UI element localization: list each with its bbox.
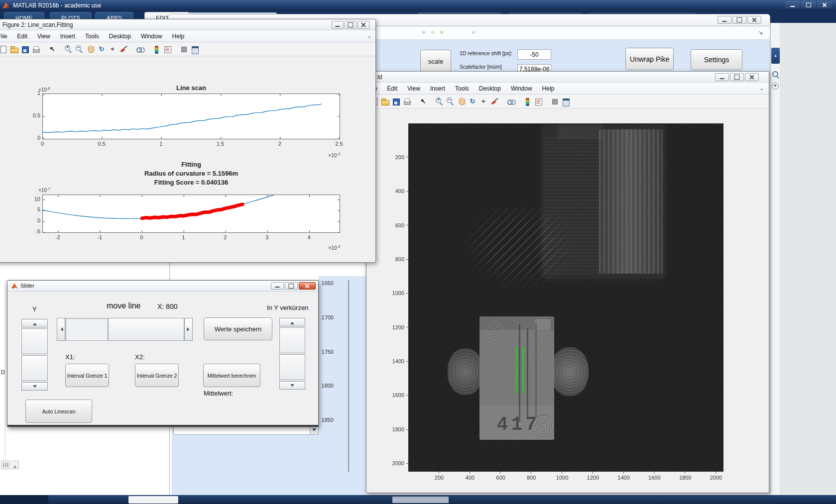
rotate-3d-icon[interactable]: ↻: [97, 45, 106, 54]
restore-icon[interactable]: [730, 73, 744, 81]
zoom-in-icon[interactable]: +: [435, 97, 444, 106]
chevron-down-circle-icon[interactable]: [772, 83, 779, 90]
menu-item[interactable]: Window: [511, 85, 532, 92]
fitting-axes[interactable]: [42, 195, 340, 233]
colorbar-icon[interactable]: [523, 97, 532, 106]
menu-item[interactable]: View: [37, 33, 50, 40]
dock-gray-icon[interactable]: [550, 97, 559, 106]
taskbar-item[interactable]: [392, 497, 449, 503]
ref-shift-input[interactable]: [517, 49, 551, 60]
colorbar-icon[interactable]: [152, 45, 161, 54]
line-scan-axes[interactable]: [42, 94, 340, 139]
auto-linescan-button[interactable]: Auto Linescan: [25, 400, 92, 423]
chevron-down-icon[interactable]: [310, 426, 318, 434]
menu-item[interactable]: Help: [542, 85, 555, 92]
close-icon[interactable]: [745, 73, 759, 81]
dock-window-icon[interactable]: [190, 45, 199, 54]
splitter-handle[interactable]: [1, 461, 19, 469]
legend-icon[interactable]: [163, 45, 172, 54]
hidden-plot-yticks: 16501700175018001850: [318, 279, 334, 424]
restore-icon[interactable]: [345, 21, 357, 29]
link-plot-icon[interactable]: [506, 97, 515, 106]
slider-segment[interactable]: [279, 354, 305, 380]
restore-icon[interactable]: [732, 16, 746, 24]
new-file-icon[interactable]: [0, 45, 7, 54]
rotate-3d-icon[interactable]: ↻: [468, 97, 477, 106]
minimize-icon[interactable]: [271, 282, 284, 290]
slider-down-button[interactable]: [279, 381, 305, 390]
interferogram-image[interactable]: 417: [408, 123, 723, 472]
minimize-icon[interactable]: [332, 21, 344, 29]
open-icon[interactable]: [380, 97, 389, 106]
interval-limit-1-button[interactable]: Interval Grenze 1: [65, 364, 109, 387]
data-cursor-icon[interactable]: ⌖: [479, 97, 488, 106]
cursor-icon[interactable]: ↖: [419, 97, 428, 106]
tick-label: 1850: [318, 416, 334, 424]
slider-up-button[interactable]: [21, 319, 48, 327]
print-icon[interactable]: [402, 97, 411, 106]
menu-item[interactable]: Edit: [17, 33, 27, 40]
link-plot-icon[interactable]: [135, 45, 144, 54]
settings-button[interactable]: Settings: [691, 49, 742, 70]
close-icon[interactable]: [747, 16, 761, 24]
slider-thumb[interactable]: [108, 318, 184, 341]
close-icon[interactable]: [817, 1, 832, 8]
save-icon[interactable]: [391, 97, 400, 106]
menu-item[interactable]: Window: [141, 33, 162, 40]
slider-track[interactable]: [65, 318, 108, 341]
zoom-in-icon[interactable]: +: [64, 45, 73, 54]
minimize-icon[interactable]: [717, 16, 731, 24]
slider-segment[interactable]: [279, 327, 305, 353]
close-icon[interactable]: [358, 21, 369, 29]
slider-right-button[interactable]: [184, 318, 193, 341]
slider-segment[interactable]: [21, 328, 48, 354]
pan-icon[interactable]: [457, 97, 466, 106]
dock-gray-icon[interactable]: [179, 45, 188, 54]
restore-icon[interactable]: [285, 282, 298, 290]
pan-icon[interactable]: [86, 45, 95, 54]
close-icon[interactable]: [299, 282, 316, 290]
menu-item[interactable]: Help: [172, 33, 185, 40]
dock-window-icon[interactable]: [561, 97, 570, 106]
save-icon[interactable]: [20, 45, 29, 54]
search-icon[interactable]: [772, 71, 779, 78]
menu-item[interactable]: Desktop: [109, 33, 131, 40]
menu-item[interactable]: Edit: [387, 85, 397, 92]
cursor-icon[interactable]: ↖: [48, 45, 57, 54]
menu-overflow-icon[interactable]: ⌄: [760, 86, 764, 91]
unwrap-pike-button[interactable]: Unwrap Pike: [625, 48, 674, 70]
slider-left-button[interactable]: [57, 318, 65, 341]
minimize-icon[interactable]: [715, 73, 729, 81]
calc-mean-button[interactable]: Mittelwert berechnen: [203, 364, 260, 387]
menu-item[interactable]: View: [407, 85, 420, 92]
menu-item[interactable]: File: [0, 33, 7, 40]
slider-up-button[interactable]: [279, 318, 305, 326]
taskbar-item[interactable]: [128, 496, 178, 504]
save-values-button[interactable]: Werte speichern: [204, 317, 272, 340]
taskbar: [0, 495, 836, 504]
collapse-toolstrip-icon[interactable]: ↘: [758, 29, 763, 36]
minimize-icon[interactable]: [785, 1, 800, 8]
gui-dropdown[interactable]: [173, 426, 319, 435]
scale-button[interactable]: scale: [420, 50, 451, 73]
menu-item[interactable]: Desktop: [479, 85, 501, 92]
sidebar-expand-icon[interactable]: ▲: [771, 48, 780, 64]
menu-item[interactable]: Insert: [60, 33, 75, 40]
slider-down-button[interactable]: [21, 382, 48, 391]
brush-icon[interactable]: [490, 97, 499, 106]
figure2-window: Figure 2: Line_scan,Fitting FileEditView…: [0, 19, 376, 263]
menu-item[interactable]: Tools: [455, 85, 469, 92]
menu-item[interactable]: Tools: [85, 33, 99, 40]
zoom-out-icon[interactable]: −: [446, 97, 455, 106]
restore-icon[interactable]: [801, 1, 816, 8]
legend-icon[interactable]: [534, 97, 543, 106]
data-cursor-icon[interactable]: ⌖: [108, 45, 117, 54]
open-icon[interactable]: [9, 45, 18, 54]
print-icon[interactable]: [31, 45, 40, 54]
brush-icon[interactable]: [119, 45, 128, 54]
zoom-out-icon[interactable]: −: [75, 45, 84, 54]
menu-overflow-icon[interactable]: ⌄: [367, 33, 371, 39]
menu-item[interactable]: Insert: [430, 85, 445, 92]
interval-limit-2-button[interactable]: Interval Grenze 2: [135, 364, 179, 387]
slider-segment[interactable]: [21, 355, 48, 381]
